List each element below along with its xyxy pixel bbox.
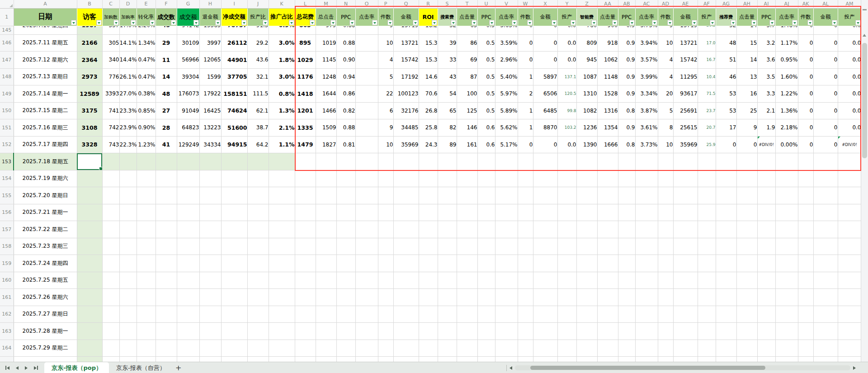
cell-AE150[interactable]: 25691 (673, 102, 698, 119)
cell-D147[interactable]: 14.4% (119, 52, 137, 69)
cell-Q164[interactable] (393, 340, 419, 357)
cell-E162[interactable] (137, 306, 156, 323)
cell-C148[interactable]: 776 (102, 68, 119, 85)
cell-N156[interactable] (336, 204, 355, 221)
filter-dropdown-icon[interactable] (387, 20, 393, 25)
column-letter-L[interactable]: L (295, 0, 316, 8)
cell-S154[interactable] (438, 170, 457, 187)
cell-AK159[interactable] (798, 255, 813, 272)
cell-AE152[interactable]: 35969 (673, 136, 698, 153)
cell-AA148[interactable]: 1148 (597, 68, 618, 85)
cell-A154[interactable]: 2025.7.19 星期六 (14, 170, 77, 187)
horizontal-scrollbar-track[interactable] (515, 365, 850, 370)
column-letter-H[interactable]: H (199, 0, 221, 8)
cell-B145[interactable]: 1987 (77, 26, 102, 34)
cell-AG161[interactable] (716, 289, 736, 306)
filter-dropdown-icon[interactable] (731, 20, 736, 25)
cell-AG162[interactable] (716, 306, 736, 323)
filter-dropdown-icon[interactable] (310, 20, 315, 25)
cell-G152[interactable]: 129249 (177, 136, 199, 153)
cell-C146[interactable]: 305 (102, 34, 119, 52)
cell-AE155[interactable] (673, 187, 698, 204)
cell-A150[interactable]: 2025.7.15 星期二 (14, 102, 77, 119)
cell-AG146[interactable]: 48 (716, 34, 736, 52)
cell-J155[interactable] (247, 187, 269, 204)
cell-X153[interactable] (533, 153, 557, 170)
cell-AD149[interactable]: 20 (658, 85, 673, 103)
cell-AI163[interactable] (757, 323, 775, 340)
cell-L154[interactable] (295, 170, 316, 187)
column-letter-D[interactable]: D (119, 0, 137, 8)
cell-E164[interactable] (137, 340, 156, 357)
cell-J160[interactable] (247, 272, 269, 289)
cell-B146[interactable]: 2166 (77, 34, 102, 52)
row-number-154[interactable]: 154 (0, 170, 14, 187)
cell-AM151[interactable]: 0.0 (838, 119, 861, 137)
column-letter-F[interactable]: F (156, 0, 177, 8)
cell-R145[interactable]: 18.2 (419, 26, 438, 34)
cell-AA158[interactable] (597, 238, 618, 255)
cell-AL153[interactable] (813, 153, 838, 170)
cell-AD155[interactable] (658, 187, 673, 204)
cell-AM161[interactable] (838, 289, 861, 306)
cell-AC149[interactable]: 3.34% (635, 85, 658, 103)
cell-AM152[interactable]: #DIV/0! (838, 136, 861, 153)
row-number-151[interactable]: 151 (0, 119, 14, 137)
column-letter-G[interactable]: G (177, 0, 199, 8)
cell-X157[interactable] (533, 221, 557, 238)
column-letter-E[interactable]: E (137, 0, 156, 8)
cell-I152[interactable]: 94915 (221, 136, 247, 153)
cell-P147[interactable]: 4 (378, 52, 393, 69)
filter-dropdown-icon[interactable] (807, 20, 813, 25)
cell-N151[interactable]: 0.88 (336, 119, 355, 137)
cell-X151[interactable]: 8870 (533, 119, 557, 137)
column-letter-V[interactable]: V (495, 0, 518, 8)
filter-dropdown-icon[interactable] (71, 20, 76, 25)
cell-AF148[interactable]: 10.4 (698, 68, 716, 85)
cell-AG158[interactable] (716, 238, 736, 255)
cell-C154[interactable] (102, 170, 119, 187)
cell-L145[interactable]: 803 (295, 26, 316, 34)
cell-O151[interactable] (355, 119, 378, 137)
cell-V150[interactable]: 5.89% (495, 102, 518, 119)
cell-V163[interactable] (495, 323, 518, 340)
cell-AH152[interactable]: 0 (736, 136, 757, 153)
cell-I164[interactable] (221, 340, 247, 357)
cell-X159[interactable] (533, 255, 557, 272)
cell-AG154[interactable] (716, 170, 736, 187)
cell-F151[interactable]: 28 (156, 119, 177, 137)
cell-D156[interactable] (119, 204, 137, 221)
cell-D145[interactable]: 17.0% (119, 26, 137, 34)
cell-F155[interactable] (156, 187, 177, 204)
cell-P146[interactable]: 10 (378, 34, 393, 52)
cell-AH163[interactable] (736, 323, 757, 340)
cell-AC156[interactable] (635, 204, 658, 221)
filter-dropdown-icon[interactable] (832, 20, 837, 25)
cell-I150[interactable]: 74624 (221, 102, 247, 119)
cell-J154[interactable] (247, 170, 269, 187)
cell-W156[interactable] (518, 204, 533, 221)
cell-AJ152[interactable]: 0.00% (775, 136, 798, 153)
cell-I156[interactable] (221, 204, 247, 221)
cell-G161[interactable] (177, 289, 199, 306)
cell-AL158[interactable] (813, 238, 838, 255)
cell-V159[interactable] (495, 255, 518, 272)
cell-R157[interactable] (419, 221, 438, 238)
cell-AD159[interactable] (658, 255, 673, 272)
cell-L148[interactable]: 1176 (295, 68, 316, 85)
filter-dropdown-icon[interactable] (171, 20, 176, 25)
cell-AC162[interactable] (635, 306, 658, 323)
cell-AI148[interactable]: 3.5 (757, 68, 775, 85)
cell-AM157[interactable] (838, 221, 861, 238)
cell-AH150[interactable]: 25 (736, 102, 757, 119)
cell-AJ162[interactable] (775, 306, 798, 323)
header-AD[interactable]: 件数 (658, 8, 673, 26)
cell-E147[interactable]: 0.47% (137, 52, 156, 69)
cell-AG148[interactable]: 46 (716, 68, 736, 85)
cell-AA157[interactable] (597, 221, 618, 238)
cell-B158[interactable] (77, 238, 102, 255)
cell-Y148[interactable]: 137.1 (557, 68, 576, 85)
cell-Q158[interactable] (393, 238, 419, 255)
cell-AK161[interactable] (798, 289, 813, 306)
scroll-right-icon[interactable] (853, 366, 856, 370)
